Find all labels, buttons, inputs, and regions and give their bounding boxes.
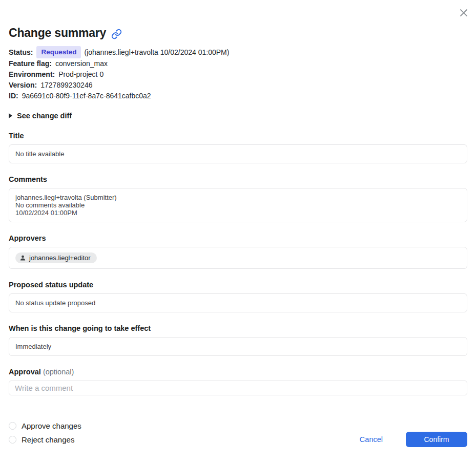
page-title: Change summary (9, 26, 106, 40)
environment-row: Environment: Prod-project 0 (9, 69, 467, 80)
cancel-button[interactable]: Cancel (360, 435, 383, 444)
approval-section: Approval (optional) (9, 368, 467, 395)
close-icon (459, 8, 469, 18)
reject-changes-label: Reject changes (22, 435, 74, 444)
comments-section-label: Comments (9, 175, 467, 183)
status-badge: Requested (36, 46, 81, 58)
feature-flag-value: conversion_max (55, 58, 108, 69)
see-change-diff-label: See change diff (17, 112, 72, 120)
feature-flag-row: Feature flag: conversion_max (9, 58, 467, 69)
change-summary-modal: Change summary Status: Requested (johann… (0, 0, 476, 464)
title-section: Title No title available (9, 132, 467, 163)
approval-section-label: Approval (optional) (9, 368, 467, 376)
comment-body: No comments available (15, 201, 461, 209)
approval-label-text: Approval (9, 368, 41, 376)
proposed-status-section: Proposed status update No status update … (9, 281, 467, 312)
comments-section: Comments johannes.liegl+travolta (Submit… (9, 175, 467, 222)
proposed-status-label: Proposed status update (9, 281, 467, 289)
approval-optional-text: (optional) (43, 368, 74, 376)
proposed-status-value: No status update proposed (15, 299, 95, 307)
approver-chip: johannes.liegl+editor (15, 252, 97, 263)
title-field: No title available (9, 144, 467, 163)
id-row: ID: 9a6691c0-80f9-11ef-8a7c-8641cafbc0a2 (9, 91, 467, 101)
title-field-value: No title available (15, 150, 64, 158)
approve-changes-option[interactable]: Approve changes (9, 421, 81, 430)
version-row: Version: 1727899230246 (9, 80, 467, 91)
title-section-label: Title (9, 132, 467, 140)
effect-field: Immediately (9, 337, 467, 356)
modal-header: Change summary (9, 0, 467, 40)
person-icon (19, 255, 26, 261)
see-change-diff-toggle[interactable]: See change diff (9, 112, 72, 120)
approvers-section: Approvers johannes.liegl+editor (9, 234, 467, 269)
effect-section-label: When is this change going to take effect (9, 324, 467, 332)
approver-chip-label: johannes.liegl+editor (29, 254, 91, 262)
version-value: 1727899230246 (40, 80, 92, 91)
proposed-status-field: No status update proposed (9, 293, 467, 312)
approve-changes-label: Approve changes (22, 421, 81, 430)
reject-changes-radio[interactable] (9, 436, 16, 444)
approval-comment-input[interactable] (9, 381, 467, 395)
status-suffix: (johannes.liegl+travolta 10/02/2024 01:0… (84, 47, 229, 58)
metadata-block: Status: Requested (johannes.liegl+travol… (9, 46, 467, 101)
approve-changes-radio[interactable] (9, 422, 16, 430)
status-label: Status: (9, 47, 33, 58)
environment-value: Prod-project 0 (58, 69, 104, 80)
copy-link-icon[interactable] (111, 29, 122, 39)
confirm-button[interactable]: Confirm (406, 432, 467, 447)
id-label: ID: (9, 91, 18, 101)
approvers-section-label: Approvers (9, 234, 467, 242)
comment-timestamp: 10/02/2024 01:00PM (15, 209, 461, 217)
feature-flag-label: Feature flag: (9, 58, 52, 69)
effect-field-value: Immediately (15, 343, 51, 350)
approvers-field: johannes.liegl+editor (9, 247, 467, 269)
id-value: 9a6691c0-80f9-11ef-8a7c-8641cafbc0a2 (22, 91, 151, 101)
close-button[interactable] (458, 7, 470, 19)
status-row: Status: Requested (johannes.liegl+travol… (9, 46, 467, 58)
environment-label: Environment: (9, 69, 55, 80)
comments-field: johannes.liegl+travolta (Submitter) No c… (9, 188, 467, 222)
modal-footer: Cancel Confirm (360, 432, 467, 447)
triangle-right-icon (9, 113, 12, 118)
version-label: Version: (9, 80, 37, 91)
effect-section: When is this change going to take effect… (9, 324, 467, 356)
reject-changes-option[interactable]: Reject changes (9, 435, 74, 444)
comment-submitter: johannes.liegl+travolta (Submitter) (15, 194, 461, 201)
